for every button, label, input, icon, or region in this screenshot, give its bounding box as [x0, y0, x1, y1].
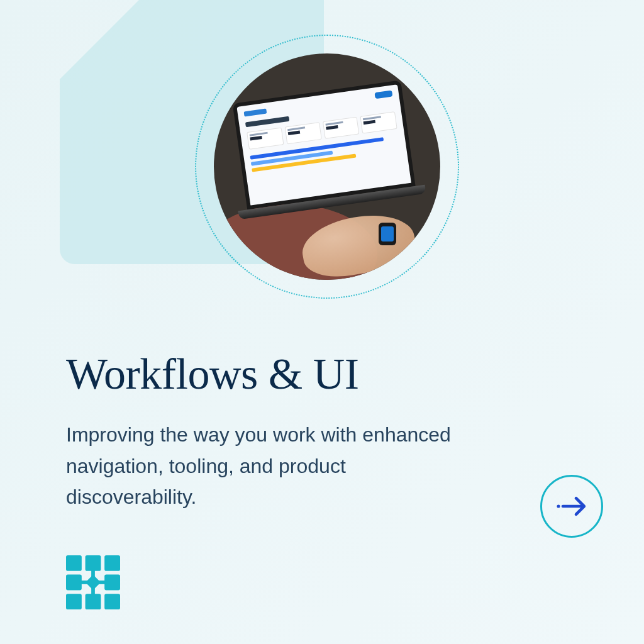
svg-rect-9: [104, 594, 120, 609]
svg-point-0: [557, 504, 560, 508]
arrow-right-icon: [554, 489, 589, 524]
next-button[interactable]: [540, 475, 603, 538]
laptop-illustration: [223, 79, 428, 236]
brand-logo: [66, 555, 120, 609]
svg-rect-4: [104, 555, 120, 571]
svg-rect-10: [86, 575, 101, 590]
svg-rect-12: [91, 588, 95, 596]
svg-rect-2: [66, 555, 82, 571]
text-content: Workflows & UI Improving the way you wor…: [66, 349, 519, 513]
hero-image-circle: [214, 53, 440, 280]
page-title: Workflows & UI: [66, 349, 519, 399]
page-description: Improving the way you work with enhanced…: [66, 419, 469, 513]
svg-rect-11: [91, 569, 95, 577]
svg-rect-14: [99, 580, 107, 584]
grid-logo-icon: [66, 555, 120, 609]
hero-image-container: [195, 35, 459, 299]
svg-rect-13: [79, 580, 87, 584]
smartwatch-shape: [379, 223, 396, 245]
svg-rect-7: [66, 594, 82, 609]
